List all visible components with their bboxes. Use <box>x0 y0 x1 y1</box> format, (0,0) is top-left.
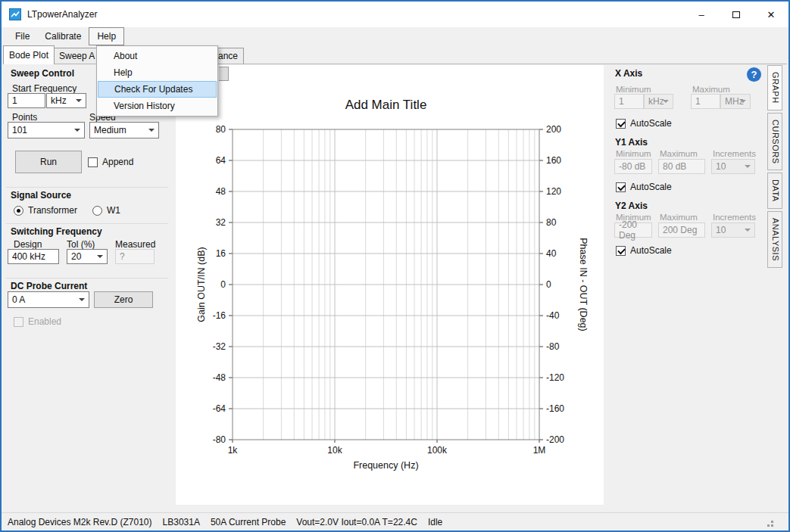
measured-frequency-field: ? <box>115 249 155 264</box>
svg-text:Frequency (Hz): Frequency (Hz) <box>353 460 418 471</box>
speed-select[interactable]: Medium <box>89 122 159 138</box>
points-select[interactable]: 101 <box>8 122 85 138</box>
tolerance-select[interactable]: 20 <box>67 249 108 264</box>
x-min-input: 1 <box>614 94 644 109</box>
menu-file[interactable]: File <box>8 27 37 45</box>
axes-panel: X Axis ? Minimum Maximum 1 kHz 1 MHz Aut… <box>607 64 767 510</box>
svg-text:-200: -200 <box>546 434 564 445</box>
y1-autoscale-checkbox[interactable]: AutoScale <box>616 182 672 192</box>
svg-text:Gain OUT/IN (dB): Gain OUT/IN (dB) <box>196 247 207 322</box>
start-frequency-unit-select[interactable]: kHz <box>46 93 86 108</box>
run-button[interactable]: Run <box>15 151 82 173</box>
chevron-down-icon <box>76 99 82 102</box>
svg-text:64: 64 <box>216 155 226 166</box>
y2-maximum-label: Maximum <box>660 213 698 222</box>
y1-increments-select: 10 <box>711 159 755 174</box>
side-tab-cursors[interactable]: CURSORS <box>767 113 782 171</box>
side-tab-graph[interactable]: GRAPH <box>767 65 782 110</box>
status-device: Analog Devices M2k Rev.D (Z7010) <box>8 517 152 527</box>
minimize-button[interactable]: – <box>684 2 719 27</box>
y1-increments-label: Increments <box>713 149 756 158</box>
svg-text:Add Main Title: Add Main Title <box>345 98 427 112</box>
y2-axis-title: Y2 Axis <box>615 201 648 211</box>
w1-label: W1 <box>107 205 120 216</box>
y2-max-input: 200 Deg <box>658 222 705 238</box>
y1-minimum-label: Minimum <box>616 149 651 158</box>
y2-autoscale-checkbox[interactable]: AutoScale <box>616 245 672 256</box>
switching-frequency-title: Switching Frequency <box>11 226 102 237</box>
status-state: Idle <box>428 517 442 527</box>
menu-item-about[interactable]: About <box>97 48 217 64</box>
radio-icon <box>92 206 102 216</box>
x-min-unit-select: kHz <box>644 94 673 109</box>
start-frequency-unit-value: kHz <box>51 95 67 106</box>
x-axis-title: X Axis <box>615 68 642 79</box>
menu-item-check-for-updates[interactable]: Check For Updates <box>98 81 217 98</box>
svg-text:-32: -32 <box>213 341 226 352</box>
menu-calibrate[interactable]: Calibrate <box>37 27 89 45</box>
dc-probe-current-title: DC Probe Current <box>11 281 87 291</box>
x-maximum-label: Maximum <box>692 85 730 94</box>
maximize-icon <box>732 11 740 18</box>
x-minimum-label: Minimum <box>616 85 651 94</box>
dock-tab-strip: GRAPH CURSORS DATA ANALYSIS <box>767 65 782 268</box>
x-autoscale-checkbox[interactable]: AutoScale <box>616 118 672 129</box>
signal-source-title: Signal Source <box>11 190 71 201</box>
menu-item-version-history[interactable]: Version History <box>97 98 217 114</box>
side-tab-analysis[interactable]: ANALYSIS <box>767 211 782 268</box>
svg-text:120: 120 <box>546 186 561 197</box>
svg-text:48: 48 <box>216 186 226 197</box>
group-divider <box>6 278 168 278</box>
measured-frequency-value: ? <box>120 251 125 262</box>
status-measurements: Vout=2.0V Iout=0.0A T=22.4C <box>296 517 417 527</box>
append-label: Append <box>102 157 133 167</box>
sweep-control-panel: Sweep Control Start Frequency 1 kHz Poin… <box>3 64 174 510</box>
maximize-button[interactable] <box>719 2 754 27</box>
chevron-down-icon <box>148 129 155 132</box>
start-frequency-input[interactable]: 1 <box>8 93 45 108</box>
y1-max-value: 80 dB <box>663 161 686 172</box>
title-bar[interactable]: LTpowerAnalyzer – ✕ <box>2 2 788 27</box>
help-menu-dropdown: About Help Check For Updates Version His… <box>96 45 218 117</box>
svg-text:-48: -48 <box>213 372 226 383</box>
w1-radio[interactable]: W1 <box>92 205 120 216</box>
y1-min-value: -80 dB <box>619 161 645 172</box>
checkbox-icon <box>88 157 98 167</box>
dc-probe-current-select[interactable]: 0 A <box>8 291 89 308</box>
y1-increments-value: 10 <box>716 161 726 172</box>
points-value: 101 <box>12 125 27 135</box>
y2-autoscale-label: AutoScale <box>630 245 672 256</box>
enabled-checkbox: Enabled <box>14 316 61 327</box>
window-controls: – ✕ <box>684 2 788 27</box>
side-tab-data[interactable]: DATA <box>767 173 782 209</box>
app-window: LTpowerAnalyzer – ✕ File Calibrate Help … <box>0 0 790 532</box>
chevron-down-icon <box>97 255 103 258</box>
speed-value: Medium <box>94 125 126 135</box>
x-min-unit-value: kHz <box>648 96 664 107</box>
design-frequency-value: 400 kHz <box>12 251 45 262</box>
checkbox-icon <box>14 317 23 327</box>
resize-grip[interactable] <box>771 524 773 527</box>
transformer-radio[interactable]: Transformer <box>14 205 77 216</box>
tol-label: Tol (%) <box>67 239 95 250</box>
svg-text:0: 0 <box>220 279 226 290</box>
svg-text:-64: -64 <box>213 403 226 414</box>
y2-min-value: -200 Deg <box>619 219 648 241</box>
menu-item-help[interactable]: Help <box>97 64 217 81</box>
chevron-down-icon <box>79 298 85 301</box>
tab-bode-plot[interactable]: Bode Plot <box>3 45 55 64</box>
close-button[interactable]: ✕ <box>754 2 788 27</box>
menu-help[interactable]: Help <box>89 27 124 45</box>
app-icon <box>9 8 21 20</box>
append-checkbox[interactable]: Append <box>88 157 133 167</box>
y2-increments-value: 10 <box>716 225 726 235</box>
svg-text:-16: -16 <box>213 310 226 321</box>
x-max-unit-select: MHz <box>720 94 751 109</box>
design-frequency-input[interactable]: 400 kHz <box>8 249 59 264</box>
y1-min-input: -80 dB <box>614 159 652 174</box>
y1-autoscale-label: AutoScale <box>630 182 672 192</box>
svg-text:200: 200 <box>546 124 561 135</box>
help-icon[interactable]: ? <box>747 67 761 82</box>
zero-button[interactable]: Zero <box>94 291 153 308</box>
x-max-input: 1 <box>691 94 720 109</box>
